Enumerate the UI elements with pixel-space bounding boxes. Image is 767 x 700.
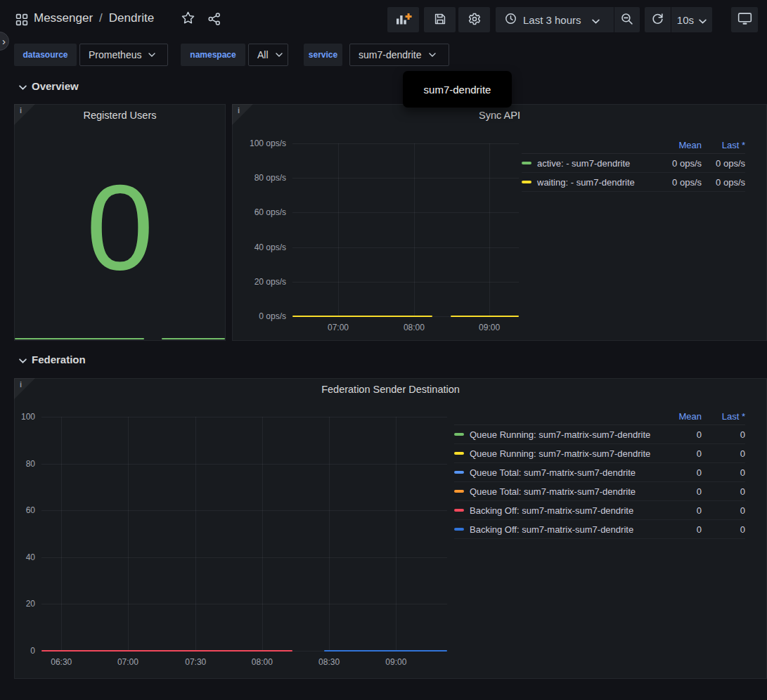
add-panel-button[interactable] (387, 7, 419, 32)
legend-column-mean[interactable]: Mean (655, 140, 702, 150)
variable-value-namespace: All (257, 49, 269, 60)
panel-registered-users: i Registerd Users 0 (14, 104, 226, 341)
info-icon: i (20, 380, 22, 389)
zoom-out-icon (621, 13, 633, 27)
legend-series-toggle[interactable]: Backing Off: sum7-matrix-sum7-dendrite (454, 505, 655, 516)
legend-series-label[interactable]: Queue Running: sum7-matrix-sum7-dendrite (470, 429, 650, 440)
grid-line-vertical (396, 417, 397, 651)
chart-plot-area[interactable]: 10080604020006:3007:0007:3008:0008:3009:… (41, 417, 447, 651)
x-axis-tick-label: 06:30 (51, 657, 72, 667)
stat-value: 0 (15, 123, 225, 330)
chart-legend: MeanLast *active: - sum7-dendrite0 ops/s… (522, 137, 745, 192)
legend-series-label[interactable]: active: - sum7-dendrite (537, 158, 630, 169)
variable-dropdown-datasource[interactable]: Prometheus (79, 44, 168, 66)
variable-value-datasource: Prometheus (89, 49, 141, 60)
refresh-button[interactable] (645, 7, 671, 32)
grid-line-vertical (128, 417, 129, 651)
star-icon[interactable] (181, 11, 195, 25)
legend-last-value: 0 (702, 429, 745, 440)
time-range-picker[interactable]: Last 3 hours (496, 7, 614, 32)
breadcrumb: Messenger / Dendrite (34, 11, 154, 25)
legend-mean-value: 0 (655, 448, 702, 459)
save-dashboard-button[interactable] (424, 7, 456, 32)
y-axis-tick-label: 80 (26, 459, 35, 469)
legend-column-mean[interactable]: Mean (655, 411, 702, 422)
breadcrumb-dashboard[interactable]: Dendrite (109, 11, 154, 25)
x-axis-tick-label: 07:00 (117, 657, 138, 667)
chevron-right-icon: › (2, 36, 6, 46)
section-title: Federation (32, 354, 86, 365)
x-axis-tick-label: 09:00 (385, 657, 406, 667)
variable-label-namespace: namespace (181, 44, 245, 66)
panel-title[interactable]: Sync API (233, 105, 766, 126)
dashboard-settings-button[interactable] (458, 7, 490, 32)
grid-line-horizontal (41, 510, 447, 511)
x-axis-tick-label: 08:30 (318, 657, 340, 667)
legend-mean-value: 0 (655, 429, 702, 440)
stat-sparkline (15, 337, 225, 340)
variable-dropdown-namespace[interactable]: All (248, 44, 288, 66)
grafana-dashboard: › Messenger / Dendrite Last 3 ho (0, 0, 767, 700)
chevron-down-icon (276, 53, 283, 57)
legend-header: MeanLast * (522, 137, 745, 154)
section-header-overview[interactable]: Overview (19, 80, 79, 92)
legend-mean-value: 0 ops/s (655, 158, 702, 169)
chevron-down-icon (429, 53, 436, 57)
x-axis-tick-label: 07:00 (328, 323, 349, 332)
legend-last-value: 0 (702, 486, 745, 497)
legend-row: Backing Off: sum7-matrix-sum7-dendrite00 (454, 520, 745, 539)
save-icon (434, 13, 446, 27)
chart-plot-area[interactable]: 100 ops/s80 ops/s60 ops/s40 ops/s20 ops/… (292, 143, 519, 316)
legend-series-toggle[interactable]: Queue Total: sum7-matrix-sum7-dendrite (454, 486, 655, 497)
time-picker-group: Last 3 hours (496, 7, 640, 32)
legend-series-label[interactable]: Queue Total: sum7-matrix-sum7-dendrite (470, 486, 636, 497)
legend-series-toggle[interactable]: waiting: - sum7-dendrite (522, 177, 655, 188)
legend-series-toggle[interactable]: active: - sum7-dendrite (522, 158, 655, 169)
legend-last-value: 0 ops/s (702, 158, 745, 169)
series-line (292, 316, 432, 317)
panel-federation-sender: i Federation Sender Destination 10080604… (14, 378, 767, 679)
panel-title[interactable]: Federation Sender Destination (15, 379, 766, 400)
grid-line-vertical (262, 417, 263, 651)
refresh-interval-label: 10s (677, 14, 694, 26)
legend-series-label[interactable]: waiting: - sum7-dendrite (537, 177, 635, 188)
grid-line-vertical (489, 143, 490, 316)
legend-series-label[interactable]: Backing Off: sum7-matrix-sum7-dendrite (470, 505, 633, 516)
variable-dropdown-service[interactable]: sum7-dendrite (349, 44, 449, 66)
y-axis-tick-label: 80 ops/s (254, 173, 286, 183)
legend-series-toggle[interactable]: Queue Running: sum7-matrix-sum7-dendrite (454, 429, 655, 440)
variable-value-service: sum7-dendrite (359, 49, 422, 60)
y-axis-tick-label: 40 ops/s (254, 242, 286, 252)
legend-row: waiting: - sum7-dendrite0 ops/s0 ops/s (522, 173, 745, 192)
legend-column-last[interactable]: Last * (702, 411, 745, 422)
dashboards-icon[interactable] (15, 13, 29, 27)
open-menu-button[interactable]: › (0, 32, 9, 51)
gear-icon (468, 12, 482, 28)
panel-sync-api: i Sync API 100 ops/s80 ops/s60 ops/s40 o… (232, 104, 767, 341)
share-icon[interactable] (207, 12, 221, 26)
legend-column-last[interactable]: Last * (702, 140, 745, 150)
section-header-federation[interactable]: Federation (19, 354, 86, 365)
y-axis-tick-label: 60 ops/s (254, 207, 286, 217)
legend-series-label[interactable]: Queue Total: sum7-matrix-sum7-dendrite (470, 467, 636, 478)
legend-last-value: 0 (702, 448, 745, 459)
legend-series-toggle[interactable]: Queue Running: sum7-matrix-sum7-dendrite (454, 448, 655, 459)
info-icon: i (238, 106, 240, 115)
chevron-down-icon (19, 80, 27, 92)
grid-line-horizontal (41, 604, 447, 604)
legend-series-label[interactable]: Queue Running: sum7-matrix-sum7-dendrite (470, 448, 650, 459)
legend-series-toggle[interactable]: Queue Total: sum7-matrix-sum7-dendrite (454, 467, 655, 478)
legend-row: Queue Total: sum7-matrix-sum7-dendrite00 (454, 482, 745, 501)
legend-swatch (454, 471, 464, 474)
zoom-out-button[interactable] (614, 7, 640, 32)
legend-series-label[interactable]: Backing Off: sum7-matrix-sum7-dendrite (470, 524, 633, 535)
chevron-down-icon (19, 354, 27, 365)
breadcrumb-folder[interactable]: Messenger (34, 11, 93, 25)
grid-line-vertical (195, 417, 196, 651)
legend-mean-value: 0 ops/s (655, 177, 702, 188)
legend-series-toggle[interactable]: Backing Off: sum7-matrix-sum7-dendrite (454, 524, 655, 535)
kiosk-mode-button[interactable] (731, 7, 758, 32)
chart-legend: MeanLast *Queue Running: sum7-matrix-sum… (454, 408, 745, 539)
refresh-interval-picker[interactable]: 10s (671, 7, 712, 32)
legend-swatch (522, 162, 531, 164)
